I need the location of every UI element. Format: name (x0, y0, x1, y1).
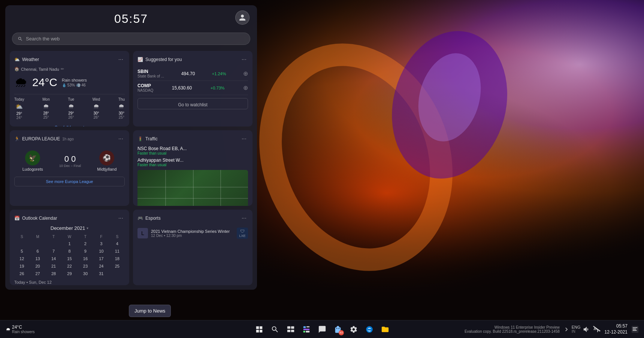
user-icon-button[interactable] (235, 10, 250, 25)
svg-rect-19 (633, 330, 637, 331)
search-icon (18, 36, 23, 42)
svg-rect-13 (303, 329, 309, 330)
jump-to-news-tooltip[interactable]: Jump to News (129, 305, 171, 317)
windows-panel: 05:57 Search the web ⛅ Weather ··· 🏠 (5, 5, 257, 290)
stocks-widget-header: 📈 Suggested for you ··· (137, 55, 248, 64)
show-hidden-icons-button[interactable] (563, 326, 570, 333)
svg-rect-9 (287, 329, 290, 332)
traffic-widget-header: 🚦 Traffic ··· (137, 135, 248, 143)
taskbar-weather[interactable]: 🌧 24°C Rain showers (6, 325, 35, 334)
stocks-widget: 📈 Suggested for you ··· SBIN State Bank … (133, 51, 253, 127)
esport-event-logo: L (137, 228, 148, 238)
calendar-today-label: Today • Sun, Dec 12 (14, 280, 125, 284)
esports-widget-title: 🎮 Esports (137, 216, 161, 221)
weather-widget-header: ⛅ Weather ··· (14, 55, 125, 64)
traffic-widget: 🚦 Traffic ··· NSC Bose Road EB, A... Fas… (133, 130, 253, 206)
weather-more-button[interactable]: ··· (117, 55, 125, 64)
stock-row-sbin: SBIN State Bank of ... 494.70 +1.24% ⊕ (137, 67, 248, 81)
calendar-widget-header: 📅 Outlook Calendar ··· (14, 214, 125, 222)
team-midtjylland-logo: ⚽ (99, 150, 114, 165)
see-more-europa-league[interactable]: See more Europa League (14, 177, 125, 186)
team-midtjylland: ⚽ Midtjylland (97, 150, 117, 171)
build-info: Windows 11 Enterprise Insider Preview Ev… (465, 325, 560, 334)
sports-widget-title: 🏃 EUROPA LEAGUE 1h ago (14, 136, 75, 141)
forecast-tue: Tue 🌧 29° 26° (68, 97, 74, 120)
file-explorer-button[interactable] (378, 323, 392, 336)
see-full-forecast-link[interactable]: See full forecast (14, 123, 125, 127)
language-button[interactable]: ENG IN (572, 325, 581, 334)
widgets-button[interactable] (300, 323, 313, 336)
weather-icon: 🌧 (14, 74, 28, 90)
search-placeholder: Search the web (26, 36, 60, 42)
map-background: M.A. Chidambaram Stadium © 2021 TomTom (137, 170, 248, 206)
svg-rect-12 (306, 326, 309, 327)
svg-rect-8 (291, 326, 294, 328)
system-clock[interactable]: 05:57 12-12-2021 (605, 323, 628, 335)
go-to-watchlist-button[interactable]: Go to watchlist (137, 98, 248, 109)
weather-forecast: Today ⛅ 29° 24° Mon 🌧 28° 25° Tue 🌧 29° … (14, 94, 125, 120)
team-ludogorets: 🦅 Ludogorets (22, 150, 43, 171)
stock-add-sbin[interactable]: ⊕ (243, 70, 248, 77)
store-notification-badge: 93 (339, 330, 344, 335)
network-button[interactable] (593, 323, 602, 336)
start-button[interactable] (253, 323, 266, 336)
svg-rect-17 (633, 327, 638, 328)
traffic-more-button[interactable]: ··· (240, 135, 248, 143)
volume-button[interactable] (582, 323, 591, 336)
calendar-more-button[interactable]: ··· (117, 214, 125, 222)
taskbar-center: 93 (253, 323, 392, 336)
esports-widget: 🎮 Esports ··· L 2021 Vietnam Championshi… (133, 210, 253, 285)
weather-widget: ⛅ Weather ··· 🏠 Chennai, Tamil Nadu ✏ 🌧 … (10, 51, 129, 127)
taskbar: 🌧 24°C Rain showers (0, 320, 644, 338)
esports-widget-header: 🎮 Esports ··· (137, 214, 248, 222)
search-taskbar-button[interactable] (268, 323, 282, 336)
weather-location: 🏠 Chennai, Tamil Nadu ✏ (14, 67, 125, 71)
calendar-widget-title: 📅 Outlook Calendar (14, 216, 57, 221)
calendar-today: 12 (19, 256, 24, 261)
team-ludogorets-logo: 🦅 (25, 150, 40, 165)
search-bar[interactable]: Search the web (12, 33, 250, 45)
settings-taskbar-button[interactable] (347, 323, 360, 336)
weather-stats: 💧 53% 💨 46 (62, 83, 87, 87)
esport-event-row: L 2021 Vietnam Championship Series Winte… (137, 225, 248, 241)
traffic-widget-title: 🚦 Traffic (137, 136, 158, 141)
task-view-button[interactable] (284, 323, 297, 336)
system-tray-icons: ENG IN (563, 323, 602, 336)
sports-more-button[interactable]: ··· (117, 135, 125, 143)
forecast-wed: Wed 🌧 30° 26° (93, 97, 100, 120)
stock-add-comp[interactable]: ⊕ (243, 84, 248, 91)
widgets-grid: ⛅ Weather ··· 🏠 Chennai, Tamil Nadu ✏ 🌧 … (5, 49, 257, 290)
svg-rect-18 (633, 329, 636, 329)
stock-row-comp: COMP NASDAQ 15,630.60 +0.73% ⊕ (137, 81, 248, 95)
esports-more-button[interactable]: ··· (240, 214, 248, 222)
notification-center-button[interactable] (631, 323, 640, 336)
edge-browser-button[interactable] (363, 323, 376, 336)
calendar-month: December 2021 ▾ (14, 225, 125, 231)
stocks-more-button[interactable]: ··· (240, 55, 248, 64)
weather-main: 🌧 24°C Rain showers 💧 53% 💨 46 (14, 74, 125, 90)
chat-button[interactable] (315, 323, 329, 336)
weather-widget-title: ⛅ Weather (14, 57, 39, 62)
esport-event-info: 2021 Vietnam Championship Series Winter … (151, 229, 234, 238)
traffic-route-2: Adhiyappan Street W... Faster than usual (137, 158, 248, 167)
svg-rect-15 (306, 331, 309, 332)
svg-rect-10 (291, 329, 294, 332)
sports-widget: 🏃 EUROPA LEAGUE 1h ago ··· 🦅 Ludogorets … (10, 130, 129, 206)
store-button[interactable]: 93 (331, 323, 345, 336)
match-teams: 🦅 Ludogorets 0 0 10 Dec – Final ⚽ Midtjy… (14, 146, 125, 174)
svg-rect-14 (303, 331, 305, 332)
sports-widget-header: 🏃 EUROPA LEAGUE 1h ago ··· (14, 135, 125, 143)
match-score: 0 0 10 Dec – Final (59, 154, 81, 168)
taskbar-left: 🌧 24°C Rain showers (0, 325, 35, 334)
clock-display: 05:57 (114, 12, 148, 26)
weather-temperature: 24°C (32, 76, 57, 89)
taskbar-right: Windows 11 Enterprise Insider Preview Ev… (465, 323, 644, 336)
stocks-widget-title: 📈 Suggested for you (137, 57, 182, 62)
svg-rect-7 (287, 326, 290, 328)
weather-condition: Rain showers (62, 78, 87, 82)
traffic-route-1: NSC Bose Road EB, A... Faster than usual (137, 146, 248, 155)
traffic-map: M.A. Chidambaram Stadium © 2021 TomTom (137, 170, 248, 206)
forecast-today: Today ⛅ 29° 24° (14, 97, 24, 120)
forecast-mon: Mon 🌧 28° 25° (42, 97, 49, 120)
svg-rect-11 (303, 326, 305, 328)
